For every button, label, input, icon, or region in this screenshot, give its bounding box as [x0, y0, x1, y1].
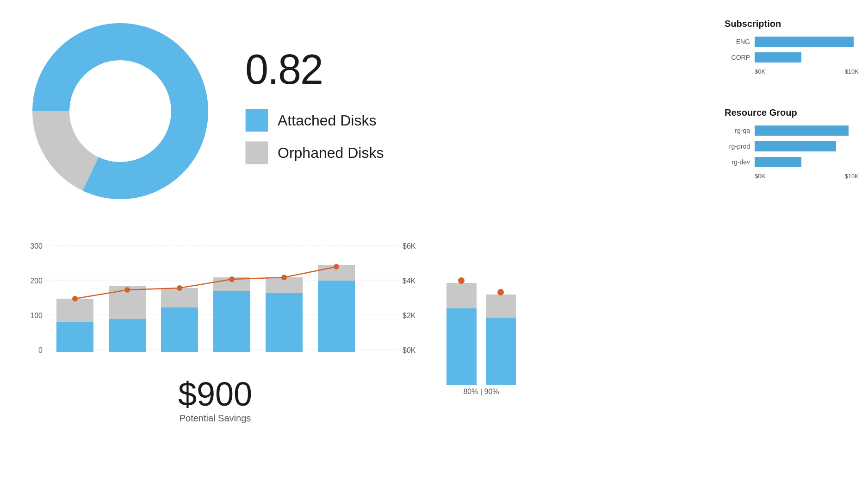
svg-text:200: 200	[30, 277, 43, 285]
savings-section: $900 Potential Savings	[178, 375, 252, 424]
svg-text:0: 0	[38, 346, 43, 354]
subscription-axis: $0K $10K	[755, 68, 859, 75]
threshold-section: 80% | 90%	[440, 255, 523, 396]
svg-text:$4K: $4K	[403, 277, 416, 285]
svg-point-28	[124, 287, 130, 293]
sub-axis-min: $0K	[755, 68, 765, 75]
svg-rect-26	[318, 281, 355, 352]
svg-point-32	[334, 264, 339, 270]
ratio-number: 0.82	[245, 49, 384, 90]
eng-label: ENG	[725, 38, 750, 45]
svg-text:300: 300	[30, 242, 43, 250]
subscription-bar-corp: CORP	[725, 52, 859, 63]
bar-line-section: 0 100 200 300 $0K $2K $4K $6K	[9, 208, 421, 424]
left-panel: 0.82 Attached Disks Orphaned Disks	[9, 9, 711, 480]
rg-prod-row: rg-prod	[725, 141, 859, 151]
rg-qa-label: rg-qa	[725, 127, 750, 134]
svg-point-2	[72, 63, 169, 160]
rg-prod-fill	[755, 141, 836, 151]
bar-line-chart: 0 100 200 300 $0K $2K $4K $6K	[23, 208, 421, 375]
threshold-label: 80% | 90%	[463, 388, 499, 396]
svg-text:$6K: $6K	[403, 242, 416, 250]
donut-legend-row: 0.82 Attached Disks Orphaned Disks	[23, 14, 384, 208]
orphaned-label: Orphaned Disks	[278, 144, 384, 162]
svg-point-29	[177, 285, 182, 291]
attached-swatch	[245, 109, 268, 132]
rg-axis-max: $10K	[845, 173, 859, 180]
rg-prod-track	[755, 141, 859, 151]
rg-dev-track	[755, 157, 859, 167]
svg-rect-18	[109, 319, 146, 352]
resource-group-bar-chart: rg-qa rg-prod rg-dev	[725, 125, 859, 180]
corp-bar-fill	[755, 52, 801, 63]
svg-point-30	[229, 276, 235, 282]
main-container: 0.82 Attached Disks Orphaned Disks	[0, 0, 868, 489]
eng-bar-fill	[755, 37, 854, 47]
legend-area: 0.82 Attached Disks Orphaned Disks	[245, 49, 384, 174]
resource-group-axis: $0K $10K	[755, 173, 859, 180]
bottom-row: 0 100 200 300 $0K $2K $4K $6K	[9, 208, 523, 424]
svg-text:$2K: $2K	[403, 312, 416, 320]
subscription-title: Subscription	[725, 19, 859, 29]
rg-dev-label: rg-dev	[725, 158, 750, 166]
sub-axis-max: $10K	[845, 68, 859, 75]
legend-attached: Attached Disks	[245, 109, 384, 132]
donut-chart	[23, 14, 217, 208]
svg-point-38	[497, 289, 504, 295]
svg-point-37	[458, 277, 465, 284]
rg-dev-row: rg-dev	[725, 157, 859, 167]
resource-group-title: Resource Group	[725, 107, 859, 118]
legend-orphaned: Orphaned Disks	[245, 141, 384, 164]
rg-axis-min: $0K	[755, 173, 765, 180]
svg-rect-22	[213, 291, 250, 352]
rg-qa-fill	[755, 125, 849, 136]
svg-point-27	[72, 296, 78, 301]
subscription-bar-chart: ENG CORP $0K $10K	[725, 37, 859, 75]
rg-qa-row: rg-qa	[725, 125, 859, 136]
savings-amount: $900	[178, 375, 252, 413]
svg-rect-20	[161, 307, 198, 352]
resource-group-section: Resource Group rg-qa rg-prod rg-dev	[725, 98, 859, 184]
savings-label: Potential Savings	[180, 413, 251, 424]
rg-dev-fill	[755, 157, 801, 167]
subscription-section: Subscription ENG CORP $0K $10K	[725, 9, 859, 80]
svg-rect-34	[446, 308, 477, 385]
svg-rect-36	[486, 318, 516, 385]
right-panel: Subscription ENG CORP $0K $10K	[711, 9, 859, 480]
svg-text:100: 100	[30, 312, 43, 320]
rg-prod-label: rg-prod	[725, 143, 750, 150]
svg-point-31	[281, 275, 287, 280]
attached-label: Attached Disks	[278, 112, 376, 129]
svg-rect-16	[56, 322, 93, 352]
rg-qa-track	[755, 125, 859, 136]
svg-rect-24	[266, 293, 303, 352]
corp-label: CORP	[725, 54, 750, 61]
orphaned-swatch	[245, 141, 268, 164]
corp-bar-track	[755, 52, 859, 63]
svg-text:$0K: $0K	[403, 346, 416, 354]
eng-bar-track	[755, 37, 859, 47]
subscription-bar-eng: ENG	[725, 37, 859, 47]
